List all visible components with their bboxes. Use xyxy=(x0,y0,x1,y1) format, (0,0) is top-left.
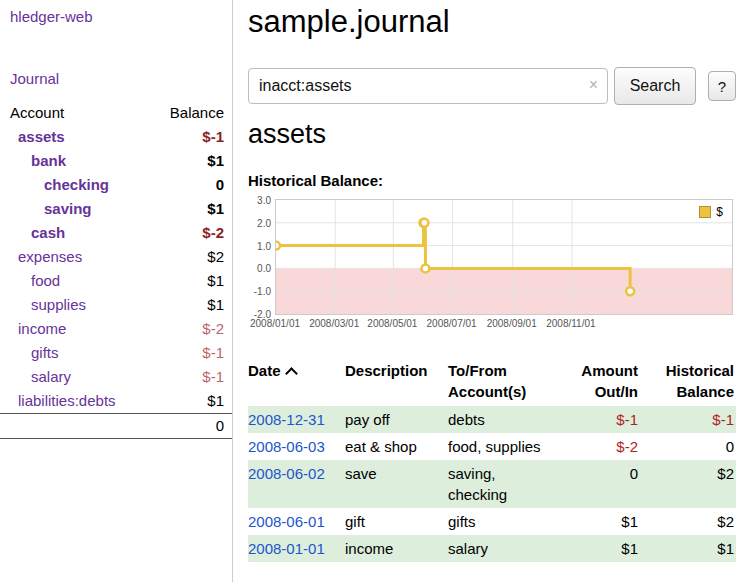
account-balance: $1 xyxy=(207,392,224,410)
account-row: bank$1 xyxy=(0,149,232,173)
search-box: × xyxy=(248,68,608,104)
x-tick-label: 2008/01/01 xyxy=(250,318,300,329)
column-header-label: Description xyxy=(345,362,428,379)
account-row: liabilities:debts$1 xyxy=(0,389,232,413)
account-link[interactable]: food xyxy=(0,272,60,290)
x-tick-label: 2008/09/01 xyxy=(487,318,537,329)
account-row: expenses$2 xyxy=(0,245,232,269)
legend-swatch-icon xyxy=(699,206,711,218)
nav-journal-link[interactable]: Journal xyxy=(10,70,232,87)
cell-accounts: saving, checking xyxy=(448,460,570,508)
account-balance: $1 xyxy=(207,272,224,290)
column-header-label: Amount Out/In xyxy=(581,362,638,400)
chart-title: Historical Balance: xyxy=(248,172,742,189)
app-title-link[interactable]: hledger-web xyxy=(10,8,232,25)
cell-description: gift xyxy=(345,508,448,535)
x-tick-label: 2008/07/01 xyxy=(427,318,477,329)
accounts-header-balance: Balance xyxy=(170,104,224,122)
cell-amount: $-2 xyxy=(570,433,640,460)
account-balance: $-2 xyxy=(202,320,224,338)
account-balance: $1 xyxy=(207,296,224,314)
column-header-description: Description xyxy=(345,356,448,406)
cell-description: income xyxy=(345,535,448,562)
transaction-row: 2008-01-01incomesalary$1$1 xyxy=(248,535,736,562)
x-tick-label: 2008/03/01 xyxy=(309,318,359,329)
x-tick-label: 2008/05/01 xyxy=(367,318,417,329)
y-tick-label: 0.0 xyxy=(257,263,271,274)
chart-plot-area: $ 2008/01/012008/03/012008/05/012008/07/… xyxy=(275,199,733,332)
cell-description: pay off xyxy=(345,406,448,433)
chart-x-axis: 2008/01/012008/03/012008/05/012008/07/01… xyxy=(275,318,733,332)
account-row: assets$-1 xyxy=(0,125,232,149)
accounts-list: assets$-1bank$1checking0saving$1cash$-2e… xyxy=(0,125,232,413)
account-row: gifts$-1 xyxy=(0,341,232,365)
search-form: × Search ? xyxy=(248,68,742,105)
column-header-date[interactable]: Date xyxy=(248,356,345,406)
account-balance: $1 xyxy=(207,152,224,170)
transaction-date-link[interactable]: 2008-06-03 xyxy=(248,438,325,455)
column-header-balance: Historical Balance xyxy=(640,356,736,406)
account-row: saving$1 xyxy=(0,197,232,221)
accounts-total-value: 0 xyxy=(216,417,224,435)
account-link[interactable]: assets xyxy=(0,128,65,146)
cell-balance: 0 xyxy=(640,433,736,460)
transaction-date-link[interactable]: 2008-12-31 xyxy=(248,411,325,428)
y-tick-label: 3.0 xyxy=(257,195,271,206)
cell-balance: $2 xyxy=(640,460,736,508)
column-header-label: Historical Balance xyxy=(666,362,734,400)
cell-balance: $2 xyxy=(640,508,736,535)
account-link[interactable]: salary xyxy=(0,368,71,386)
account-row: checking0 xyxy=(0,173,232,197)
account-balance: $-1 xyxy=(202,128,224,146)
clear-search-icon[interactable]: × xyxy=(589,77,598,93)
cell-date: 2008-01-01 xyxy=(248,535,345,562)
y-tick-label: -1.0 xyxy=(254,286,271,297)
accounts-header-row: Account Balance xyxy=(0,101,232,125)
transaction-row: 2008-06-02savesaving, checking0$2 xyxy=(248,460,736,508)
account-link[interactable]: income xyxy=(0,320,66,338)
cell-accounts: food, supplies xyxy=(448,433,570,460)
cell-date: 2008-06-03 xyxy=(248,433,345,460)
account-balance: $-1 xyxy=(202,368,224,386)
cell-amount: $1 xyxy=(570,508,640,535)
cell-description: save xyxy=(345,460,448,508)
account-link[interactable]: cash xyxy=(0,224,65,242)
transaction-row: 2008-12-31pay offdebts$-1$-1 xyxy=(248,406,736,433)
column-header-accounts: To/From Account(s) xyxy=(448,356,570,406)
cell-amount: $1 xyxy=(570,535,640,562)
cell-amount: $-1 xyxy=(570,406,640,433)
main-content: sample.journal × Search ? assets Histori… xyxy=(248,0,742,562)
x-tick-label: 2008/11/01 xyxy=(546,318,595,329)
transaction-date-link[interactable]: 2008-06-02 xyxy=(248,465,325,482)
account-row: cash$-2 xyxy=(0,221,232,245)
transaction-row: 2008-06-01giftgifts$1$2 xyxy=(248,508,736,535)
column-header-amount: Amount Out/In xyxy=(570,356,640,406)
account-row: income$-2 xyxy=(0,317,232,341)
account-link[interactable]: liabilities:debts xyxy=(0,392,116,410)
chart-y-axis: 3.02.01.00.0-1.0-2.0 xyxy=(248,199,275,317)
register-table-header: DateDescriptionTo/From Account(s)Amount … xyxy=(248,356,736,406)
account-link[interactable]: expenses xyxy=(0,248,82,266)
accounts-header-account: Account xyxy=(0,104,64,122)
account-link[interactable]: saving xyxy=(0,200,92,218)
search-button[interactable]: Search xyxy=(614,67,696,105)
sort-asc-icon xyxy=(285,367,298,380)
account-link[interactable]: gifts xyxy=(0,344,59,362)
page-title: sample.journal xyxy=(248,2,742,42)
search-input[interactable] xyxy=(248,68,608,104)
cell-balance: $-1 xyxy=(640,406,736,433)
register-table: DateDescriptionTo/From Account(s)Amount … xyxy=(248,356,736,562)
cell-accounts: debts xyxy=(448,406,570,433)
column-header-label: To/From Account(s) xyxy=(448,362,526,400)
help-button[interactable]: ? xyxy=(708,71,736,101)
cell-accounts: salary xyxy=(448,535,570,562)
account-balance: 0 xyxy=(216,176,224,194)
account-balance: $-1 xyxy=(202,344,224,362)
transaction-date-link[interactable]: 2008-01-01 xyxy=(248,540,325,557)
transaction-date-link[interactable]: 2008-06-01 xyxy=(248,513,325,530)
account-link[interactable]: checking xyxy=(0,176,109,194)
account-link[interactable]: bank xyxy=(0,152,66,170)
cell-date: 2008-06-01 xyxy=(248,508,345,535)
cell-date: 2008-06-02 xyxy=(248,460,345,508)
account-link[interactable]: supplies xyxy=(0,296,86,314)
